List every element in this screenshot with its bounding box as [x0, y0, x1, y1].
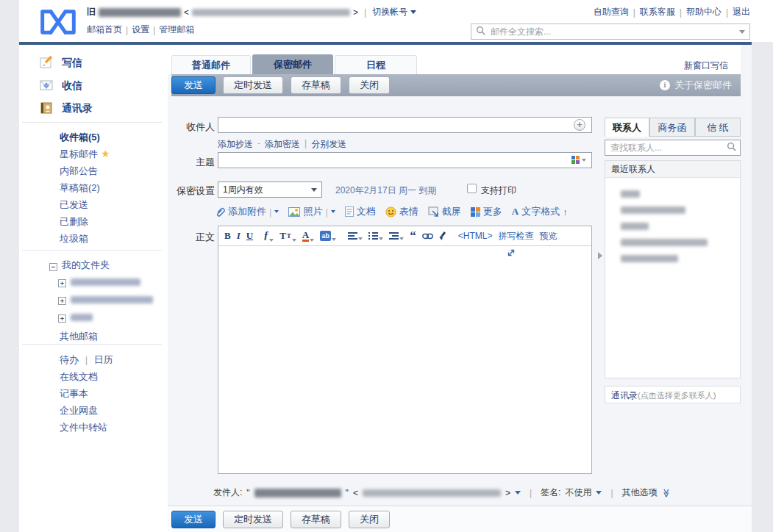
preview-button[interactable]: 预览 — [539, 230, 557, 242]
collapse-panel-handle-icon[interactable] — [598, 252, 602, 259]
send-button-bottom[interactable]: 发送 — [171, 511, 215, 528]
contact-list-item[interactable] — [621, 237, 708, 247]
help-center-link[interactable]: 帮助中心 — [686, 6, 722, 18]
contact-list-item[interactable] — [621, 188, 640, 198]
insert-photo-button[interactable]: 照片 | — [288, 205, 335, 218]
calendar-link[interactable]: 日历 — [94, 354, 113, 365]
secure-duration-select[interactable]: 1周内有效 — [218, 181, 322, 198]
italic-button[interactable]: I — [237, 230, 241, 242]
spellcheck-button[interactable]: 拼写检查 — [498, 230, 533, 242]
bold-button[interactable]: B — [224, 230, 231, 242]
sidebar-subfolder[interactable]: + — [58, 312, 93, 323]
indent-button[interactable] — [389, 232, 404, 240]
expand-toggle-icon[interactable]: + — [58, 297, 66, 305]
search-scope-caret-icon[interactable] — [739, 30, 745, 34]
list-button[interactable] — [368, 232, 383, 240]
insert-document-button[interactable]: 文档 — [345, 205, 376, 218]
sidebar-item-inbox[interactable]: 收件箱(5) — [60, 131, 100, 144]
tab-contacts[interactable]: 联系人 — [605, 118, 649, 137]
sidebar-item-company-drive[interactable]: 企业网盘 — [60, 404, 98, 417]
sidebar-my-folders[interactable]: −我的文件夹 — [49, 259, 110, 272]
expand-toggle-icon[interactable]: + — [58, 314, 66, 323]
contact-list-item[interactable] — [621, 253, 678, 263]
close-button[interactable]: 关闭 — [349, 76, 390, 94]
new-window-compose-link[interactable]: 新窗口写信 — [684, 60, 728, 72]
contact-list-item[interactable] — [621, 204, 685, 215]
sidebar-subfolder[interactable]: + — [58, 276, 140, 287]
underline-button[interactable]: U — [246, 230, 253, 242]
sender-caret-icon[interactable] — [515, 491, 521, 495]
sidebar-item-online-docs[interactable]: 在线文档 — [60, 370, 98, 384]
address-book-label[interactable]: 通讯录 — [611, 390, 638, 400]
add-recipient-icon[interactable]: + — [574, 119, 585, 131]
close-button-bottom[interactable]: 关闭 — [349, 511, 390, 528]
add-bcc-link[interactable]: 添加密送 — [265, 138, 300, 151]
about-secure-mail-link[interactable]: i 关于保密邮件 — [660, 79, 732, 92]
manage-mailbox-link[interactable]: 管理邮箱 — [159, 24, 194, 36]
open-address-book-link[interactable]: 通讯录(点击选择更多联系人) — [605, 386, 741, 403]
clear-format-button[interactable] — [439, 231, 448, 241]
search-icon[interactable] — [727, 142, 736, 154]
allow-print-checkbox[interactable] — [467, 184, 477, 193]
editor-content-area[interactable] — [218, 246, 591, 474]
add-attachment-button[interactable]: 添加附件 | — [215, 205, 279, 218]
tab-stationery[interactable]: 信 纸 — [695, 118, 741, 137]
sidebar-item-starred[interactable]: 星标邮件★ — [60, 148, 110, 161]
mail-search-input[interactable] — [489, 26, 739, 37]
text-format-button[interactable]: A 文字格式 ↑ — [512, 205, 568, 218]
sidebar-contacts-button[interactable]: 通讯录 — [40, 101, 93, 117]
logout-link[interactable]: 退出 — [733, 6, 750, 18]
collapse-toggle-icon[interactable]: − — [49, 263, 57, 271]
screenshot-button[interactable]: 截屏 — [428, 205, 461, 218]
caret-down-icon[interactable] — [410, 10, 416, 14]
sidebar-item-announcements[interactable]: 内部公告 — [60, 165, 98, 178]
font-size-button[interactable]: TT — [279, 230, 296, 242]
add-cc-link[interactable]: 添加抄送 — [218, 138, 253, 151]
contact-list-item[interactable] — [621, 220, 649, 231]
sidebar-item-sent[interactable]: 已发送 — [60, 198, 88, 212]
tab-schedule[interactable]: 日程 — [335, 55, 417, 74]
html-mode-button[interactable]: <HTML> — [458, 231, 493, 241]
sidebar-item-junk[interactable]: 垃圾箱 — [60, 232, 88, 245]
tab-secure-mail[interactable]: 保密邮件 — [252, 54, 333, 74]
chevron-down-icon[interactable]: ≫ — [661, 488, 672, 497]
sidebar-item-deleted[interactable]: 已删除 — [60, 215, 88, 229]
stationery-picker-button[interactable] — [571, 156, 586, 164]
self-service-link[interactable]: 自助查询 — [594, 6, 629, 18]
switch-account-link[interactable]: 切换帐号 — [372, 6, 407, 18]
sidebar-compose-button[interactable]: 写信 — [40, 55, 82, 71]
expand-toggle-icon[interactable]: + — [58, 279, 66, 287]
contact-support-link[interactable]: 联系客服 — [640, 6, 675, 18]
subject-input[interactable] — [218, 152, 592, 168]
save-draft-button[interactable]: 存草稿 — [291, 76, 341, 94]
settings-link[interactable]: 设置 — [132, 24, 149, 36]
mailbox-home-link[interactable]: 邮箱首页 — [87, 24, 122, 36]
font-color-button[interactable]: A — [302, 230, 314, 242]
signature-caret-icon[interactable] — [596, 491, 602, 495]
save-draft-button-bottom[interactable]: 存草稿 — [291, 511, 341, 528]
tab-normal-mail[interactable]: 普通邮件 — [171, 55, 251, 74]
send-button[interactable]: 发送 — [171, 76, 215, 94]
scheduled-send-button[interactable]: 定时发送 — [223, 76, 283, 94]
insert-link-button[interactable] — [422, 233, 433, 240]
sidebar-item-file-transfer[interactable]: 文件中转站 — [60, 421, 107, 434]
more-tools-button[interactable]: 更多 — [471, 205, 502, 218]
sidebar-subfolder[interactable]: + — [58, 294, 153, 305]
recipient-input[interactable] — [218, 117, 592, 133]
highlight-button[interactable]: ab — [320, 231, 336, 241]
align-button[interactable] — [348, 232, 363, 240]
more-options-link[interactable]: 其他选项 — [622, 486, 658, 499]
font-family-button[interactable]: ƒ — [263, 230, 274, 242]
signature-value[interactable]: 不使用 — [565, 486, 591, 499]
sidebar-item-drafts[interactable]: 草稿箱(2) — [60, 181, 100, 195]
contact-search-input[interactable] — [609, 142, 727, 154]
sidebar-item-notes[interactable]: 记事本 — [60, 387, 88, 400]
separate-send-link[interactable]: 分别发送 — [311, 138, 346, 151]
scheduled-send-button-bottom[interactable]: 定时发送 — [223, 511, 283, 528]
insert-emoji-button[interactable]: 表情 — [385, 205, 418, 218]
expand-editor-icon[interactable] — [507, 248, 516, 259]
blockquote-button[interactable]: “ — [410, 231, 416, 240]
sidebar-receive-button[interactable]: 收信 — [40, 78, 82, 94]
tab-business-letter[interactable]: 商务函 — [649, 118, 695, 137]
sidebar-item-other-mailbox[interactable]: 其他邮箱 — [60, 330, 98, 343]
